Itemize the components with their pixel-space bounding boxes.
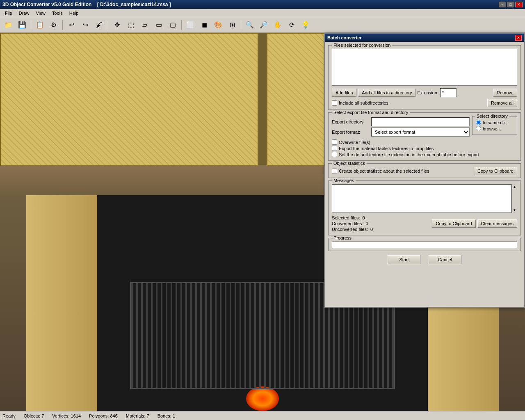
close-button[interactable]: ✕ — [515, 2, 523, 7]
selected-files-value: 0 — [362, 215, 365, 220]
undo-button[interactable]: ↩ — [65, 19, 78, 31]
dialog-content: Files selected for conversion Add files … — [325, 42, 524, 307]
copy-to-clipboard-statistics-button[interactable]: Copy to Clipboard — [474, 167, 517, 175]
menu-file[interactable]: File — [2, 10, 16, 16]
object-statistics-group: Object statistics Create object statisti… — [328, 163, 521, 178]
unconverted-files-label: Unconverted files: — [332, 227, 368, 232]
files-selected-group: Files selected for conversion Add files … — [328, 45, 521, 110]
cancel-button[interactable]: Cancel — [429, 255, 461, 264]
toolbar-separator-1 — [31, 20, 31, 30]
set-default-texture-checkbox[interactable] — [332, 152, 337, 157]
palette-button[interactable]: 🎨 — [212, 19, 225, 31]
dialog-close-button[interactable]: ✕ — [515, 35, 522, 41]
overwrite-files-label: Overwrite file(s) — [339, 140, 370, 145]
status-materials: Materials: 7 — [126, 413, 149, 418]
paint-button[interactable]: 🖌 — [93, 19, 106, 31]
overwrite-files-row: Overwrite file(s) — [332, 139, 517, 145]
converted-files-label: Converted files: — [332, 221, 363, 226]
messages-textarea[interactable] — [332, 184, 511, 213]
remove-button[interactable]: Remove — [493, 89, 517, 97]
status-vertices: Vertices: 1614 — [52, 413, 81, 418]
messages-group: Messages ▲ ▼ Selected files: 0 — [328, 180, 521, 235]
toolbar-separator-4 — [181, 20, 182, 30]
files-buttons-row: Add files Add all files in a directory E… — [332, 88, 517, 97]
zoom-out-button[interactable]: 🔎 — [257, 19, 270, 31]
export-format-row: Export format: Select export format — [332, 128, 470, 137]
messages-label: Messages — [332, 178, 356, 183]
settings-button[interactable]: ⚙ — [47, 19, 60, 31]
export-format-label-text: Export format: — [332, 130, 369, 135]
open-folder-button[interactable]: 📁 — [2, 19, 15, 31]
clipboard-copy-button[interactable]: Copy to Clipboard — [432, 219, 475, 228]
messages-stats-row: Selected files: 0 Converted files: 0 Unc… — [332, 215, 517, 233]
dialog-title: Batch converter — [327, 35, 362, 40]
overwrite-files-checkbox[interactable] — [332, 139, 337, 145]
panel-divider — [258, 33, 267, 184]
select-directory-group: Select directory to same dir. browse... — [472, 116, 517, 135]
object-statistics-label: Object statistics — [332, 161, 367, 166]
title-bar: 3D Object Converter v5.0 Gold Edition [ … — [0, 0, 525, 9]
start-button[interactable]: Start — [388, 255, 420, 264]
redo-button[interactable]: ↪ — [79, 19, 92, 31]
select1-button[interactable]: ⬚ — [124, 19, 137, 31]
extension-input[interactable] — [440, 88, 457, 97]
selected-files-label: Selected files: — [332, 215, 360, 220]
toolbar-separator-5 — [241, 20, 241, 30]
menu-draw[interactable]: Draw — [16, 10, 33, 16]
cube1-button[interactable]: ⬜ — [184, 19, 197, 31]
status-bones: Bones: 1 — [158, 413, 175, 418]
hand-button[interactable]: ✋ — [271, 19, 284, 31]
export-format-select[interactable]: Select export format — [371, 128, 470, 137]
menu-help[interactable]: Help — [66, 10, 82, 16]
add-files-button[interactable]: Add files — [332, 89, 356, 97]
cube2-button[interactable]: ◼ — [198, 19, 211, 31]
set-default-texture-label: Set the default texture file extension i… — [339, 152, 479, 157]
zoom-in-button[interactable]: 🔍 — [243, 19, 256, 31]
light-button[interactable]: 💡 — [299, 19, 312, 31]
status-ready: Ready — [2, 413, 16, 418]
clear-messages-button[interactable]: Clear messages — [477, 219, 517, 228]
scroll-down-button[interactable]: ▼ — [513, 208, 516, 212]
progress-label: Progress — [332, 235, 353, 240]
status-polygons: Polygons: 846 — [89, 413, 118, 418]
toolbar-separator-3 — [108, 20, 108, 30]
unconverted-files-value: 0 — [370, 227, 373, 232]
converted-files-value: 0 — [365, 221, 368, 226]
set-default-texture-row: Set the default texture file extension i… — [332, 152, 517, 157]
messages-buttons: Copy to Clipboard Clear messages — [432, 219, 517, 228]
minimize-button[interactable]: − — [499, 2, 506, 7]
scroll-up-button[interactable]: ▲ — [513, 185, 516, 189]
remove-all-button[interactable]: Remove all — [487, 99, 517, 107]
main-area: Batch converter ✕ Files selected for con… — [0, 33, 525, 411]
to-same-dir-radio[interactable] — [476, 120, 481, 125]
move-button[interactable]: ✥ — [110, 19, 123, 31]
include-subdirs-label: Include all subdirectories — [339, 100, 388, 105]
create-statistic-checkbox[interactable] — [332, 169, 337, 174]
select4-button[interactable]: ▢ — [166, 19, 179, 31]
menu-view[interactable]: View — [32, 10, 49, 16]
progress-group: Progress — [328, 238, 521, 251]
select2-button[interactable]: ▱ — [138, 19, 151, 31]
browse-row: browse... — [476, 126, 514, 131]
export-material-textures-checkbox[interactable] — [332, 146, 337, 151]
maximize-button[interactable]: □ — [507, 2, 514, 7]
to-same-dir-row: to same dir. — [476, 120, 514, 125]
files-list[interactable] — [332, 49, 517, 86]
grid-button[interactable]: ⊞ — [226, 19, 239, 31]
select3-button[interactable]: ▭ — [152, 19, 165, 31]
export-material-textures-row: Export the material table's textures to … — [332, 146, 517, 151]
menu-tools[interactable]: Tools — [49, 10, 66, 16]
rotate-button[interactable]: ⟳ — [285, 19, 298, 31]
fireplace-side-left — [26, 195, 97, 411]
include-subdirs-checkbox[interactable] — [332, 100, 337, 106]
export-dir-input[interactable] — [371, 117, 470, 126]
browse-radio[interactable] — [476, 126, 481, 131]
save-button[interactable]: 💾 — [16, 19, 29, 31]
dialog-title-bar: Batch converter ✕ — [325, 34, 524, 42]
create-statistic-row: Create object statistic about the select… — [332, 169, 429, 174]
copy-button[interactable]: 📋 — [33, 19, 46, 31]
add-all-files-dir-button[interactable]: Add all files in a directory — [358, 89, 415, 97]
window-controls: − □ ✕ — [499, 2, 523, 7]
toolbar: 📁 💾 📋 ⚙ ↩ ↪ 🖌 ✥ ⬚ ▱ ▭ ▢ ⬜ ◼ 🎨 ⊞ 🔍 🔎 ✋ ⟳ … — [0, 17, 525, 33]
status-bar: Ready Objects: 7 Vertices: 1614 Polygons… — [0, 411, 525, 420]
